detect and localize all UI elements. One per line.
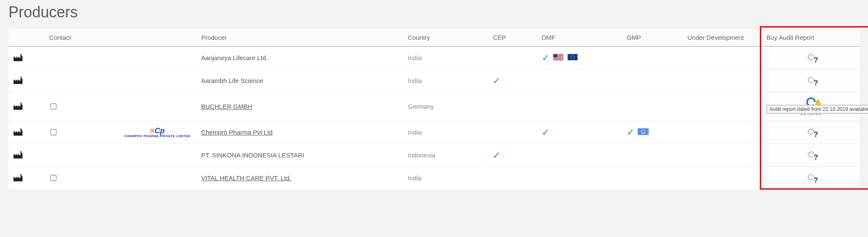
- svg-point-14: [573, 55, 574, 56]
- country: India: [404, 69, 489, 92]
- factory-icon[interactable]: [13, 153, 24, 160]
- dmf-cell: ✓: [538, 121, 622, 144]
- under-dev-cell: [683, 121, 762, 144]
- svg-point-13: [571, 55, 572, 56]
- gmp-cell: [622, 47, 683, 69]
- svg-point-10: [572, 59, 573, 60]
- table-row: BUCHLER GMBHGermany ✋22.10.20Audit repor…: [8, 92, 860, 121]
- audit-unknown-icon[interactable]: ?: [807, 151, 815, 160]
- check-icon: ✓: [542, 52, 549, 63]
- gmp-cell: [622, 69, 683, 92]
- cep-cell: ✓: [489, 144, 537, 167]
- under-dev-cell: [683, 144, 762, 167]
- gmp-cell: [622, 167, 683, 190]
- dmf-cell: [538, 69, 622, 92]
- question-icon: ?: [813, 130, 818, 139]
- flag-eu-icon: [567, 54, 578, 62]
- cep-cell: [489, 167, 537, 190]
- flag-us-icon: [553, 54, 564, 62]
- col-dmf[interactable]: DMF: [538, 29, 622, 47]
- table-row: VITAL HEALTH CARE PVT. Ltd.India ?: [8, 167, 860, 190]
- svg-point-19: [570, 58, 571, 58]
- table-row: PT. SINKONA INDONESIA LESTARIIndonesia ✓…: [8, 144, 860, 167]
- factory-icon[interactable]: [13, 79, 24, 86]
- cep-cell: [489, 92, 537, 121]
- col-contact[interactable]: Contact: [45, 29, 118, 47]
- tooltip: Audit report dated from 22.10.2019 avail…: [767, 105, 868, 113]
- col-gmp[interactable]: GMP: [622, 29, 683, 47]
- svg-rect-5: [553, 58, 563, 59]
- factory-icon[interactable]: [13, 105, 24, 112]
- question-icon: ?: [813, 56, 818, 65]
- col-country[interactable]: Country: [404, 29, 489, 47]
- dmf-cell: [538, 144, 622, 167]
- table-row: ≡CpCHEMPRO PHARMA PRIVATE LIMITEDChempro…: [8, 121, 860, 144]
- country: India: [404, 121, 489, 144]
- producer-link[interactable]: BUCHLER GMBH: [201, 103, 252, 110]
- svg-point-17: [570, 56, 571, 57]
- svg-rect-21: [638, 128, 649, 135]
- factory-icon[interactable]: [13, 56, 24, 63]
- svg-point-9: [572, 55, 573, 56]
- factory-icon[interactable]: [13, 176, 24, 183]
- col-factory: [8, 29, 45, 47]
- audit-unknown-icon[interactable]: ?: [807, 174, 815, 182]
- under-dev-cell: [683, 69, 762, 92]
- gmp-cell: [622, 144, 683, 167]
- under-dev-cell: [683, 167, 762, 190]
- producers-table: Contact Producer Country CEP DMF GMP Und…: [8, 29, 860, 190]
- check-icon: ✓: [542, 127, 549, 138]
- producer-name: PT. SINKONA INDONESIA LESTARI: [201, 152, 304, 159]
- check-icon: ✓: [493, 75, 500, 86]
- question-icon: ?: [813, 176, 818, 185]
- svg-point-16: [573, 58, 574, 59]
- table-header-row: Contact Producer Country CEP DMF GMP Und…: [8, 29, 860, 47]
- svg-point-20: [574, 58, 575, 58]
- table-row: Aarambh Life ScienceIndia ✓ ?: [8, 69, 860, 92]
- cep-cell: [489, 121, 537, 144]
- svg-rect-6: [553, 59, 563, 60]
- gmp-cell: [622, 92, 683, 121]
- contact-checkbox[interactable]: [51, 175, 57, 181]
- dmf-cell: ✓: [538, 47, 622, 69]
- cep-cell: [489, 47, 537, 69]
- dmf-cell: [538, 92, 622, 121]
- svg-point-18: [574, 56, 575, 57]
- question-icon: ?: [813, 79, 818, 88]
- producer-link[interactable]: VITAL HEALTH CARE PVT. Ltd.: [201, 174, 291, 182]
- svg-point-11: [570, 57, 571, 58]
- contact-checkbox[interactable]: [51, 129, 57, 135]
- flag-un-icon: [638, 128, 649, 136]
- col-under-dev[interactable]: Under Development: [683, 29, 762, 47]
- producer-name: Aarambh Life Science: [201, 77, 263, 84]
- producer-link[interactable]: Chempro Pharma Pvt Ltd: [201, 129, 273, 136]
- svg-rect-4: [553, 58, 563, 58]
- audit-unknown-icon[interactable]: ?: [807, 128, 815, 137]
- gmp-cell: ✓: [622, 121, 683, 144]
- col-logo: [118, 29, 197, 47]
- question-icon: ?: [813, 153, 818, 162]
- page-title: Producers: [8, 3, 860, 21]
- svg-point-15: [571, 58, 572, 59]
- country: Indonesia: [404, 144, 489, 167]
- country: India: [404, 167, 489, 190]
- country: India: [404, 47, 489, 69]
- col-buy-audit[interactable]: Buy Audit Report: [762, 29, 860, 47]
- audit-unknown-icon[interactable]: ?: [807, 76, 815, 85]
- producer-logo: ≡CpCHEMPRO PHARMA PRIVATE LIMITED: [122, 127, 193, 138]
- factory-icon[interactable]: [13, 130, 24, 138]
- country: Germany: [404, 92, 489, 121]
- under-dev-cell: [683, 92, 762, 121]
- col-cep[interactable]: CEP: [489, 29, 537, 47]
- table-row: Aanjaneya Lifecare Ltd.India ✓ ?: [8, 47, 860, 69]
- svg-rect-7: [553, 54, 557, 58]
- col-producer[interactable]: Producer: [197, 29, 404, 47]
- svg-point-12: [574, 57, 575, 58]
- contact-checkbox[interactable]: [51, 103, 57, 109]
- check-icon: ✓: [493, 150, 500, 161]
- under-dev-cell: [683, 47, 762, 69]
- cep-cell: ✓: [489, 69, 537, 92]
- audit-unknown-icon[interactable]: ?: [807, 53, 815, 62]
- dmf-cell: [538, 167, 622, 190]
- check-icon: ✓: [627, 127, 634, 138]
